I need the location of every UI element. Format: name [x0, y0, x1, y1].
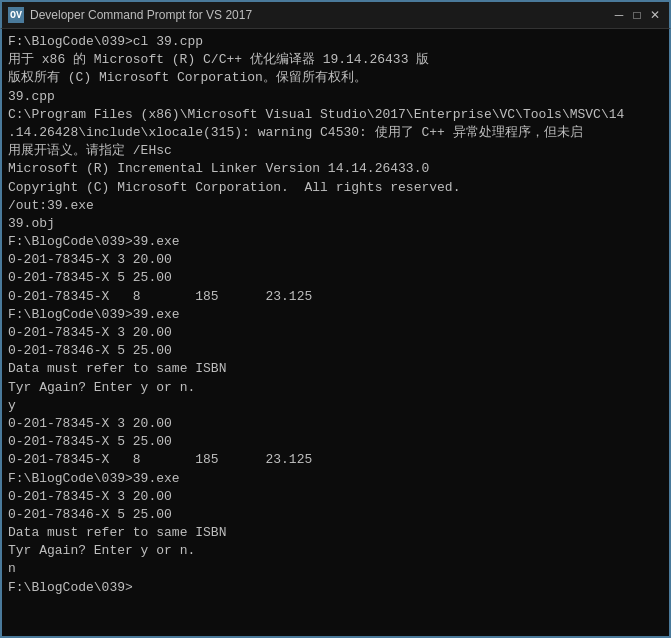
- terminal-line: F:\BlogCode\039>39.exe: [8, 306, 663, 324]
- window-title: Developer Command Prompt for VS 2017: [30, 8, 252, 22]
- terminal-line: n: [8, 560, 663, 578]
- terminal-line: 0-201-78345-X 8 185 23.125: [8, 288, 663, 306]
- terminal-line: y: [8, 397, 663, 415]
- terminal-line: 0-201-78345-X 3 20.00: [8, 488, 663, 506]
- terminal-line: F:\BlogCode\039>cl 39.cpp: [8, 33, 663, 51]
- app-icon: OV: [8, 7, 24, 23]
- terminal-line: 0-201-78345-X 5 25.00: [8, 433, 663, 451]
- terminal-line: Copyright (C) Microsoft Corporation. All…: [8, 179, 663, 197]
- terminal-line: 用展开语义。请指定 /EHsc: [8, 142, 663, 160]
- terminal-line: Tyr Again? Enter y or n.: [8, 542, 663, 560]
- terminal-window[interactable]: F:\BlogCode\039>cl 39.cpp用于 x86 的 Micros…: [0, 28, 671, 638]
- terminal-line: .14.26428\include\xlocale(315): warning …: [8, 124, 663, 142]
- window-controls: ─ □ ✕: [611, 7, 663, 23]
- terminal-line: 0-201-78345-X 3 20.00: [8, 251, 663, 269]
- terminal-line: 版权所有 (C) Microsoft Corporation。保留所有权利。: [8, 69, 663, 87]
- terminal-line: 0-201-78346-X 5 25.00: [8, 506, 663, 524]
- terminal-line: F:\BlogCode\039>39.exe: [8, 233, 663, 251]
- terminal-line: 39.obj: [8, 215, 663, 233]
- terminal-line: F:\BlogCode\039>39.exe: [8, 470, 663, 488]
- terminal-line: /out:39.exe: [8, 197, 663, 215]
- title-bar: OV Developer Command Prompt for VS 2017 …: [0, 0, 671, 28]
- terminal-line: Data must refer to same ISBN: [8, 360, 663, 378]
- terminal-line: 用于 x86 的 Microsoft (R) C/C++ 优化编译器 19.14…: [8, 51, 663, 69]
- terminal-line: 0-201-78345-X 3 20.00: [8, 324, 663, 342]
- minimize-button[interactable]: ─: [611, 7, 627, 23]
- terminal-line: Tyr Again? Enter y or n.: [8, 379, 663, 397]
- terminal-line: 0-201-78345-X 3 20.00: [8, 415, 663, 433]
- maximize-button[interactable]: □: [629, 7, 645, 23]
- terminal-line: C:\Program Files (x86)\Microsoft Visual …: [8, 106, 663, 124]
- terminal-line: 0-201-78346-X 5 25.00: [8, 342, 663, 360]
- terminal-line: Microsoft (R) Incremental Linker Version…: [8, 160, 663, 178]
- terminal-line: 39.cpp: [8, 88, 663, 106]
- terminal-line: Data must refer to same ISBN: [8, 524, 663, 542]
- terminal-line: F:\BlogCode\039>: [8, 579, 663, 597]
- close-button[interactable]: ✕: [647, 7, 663, 23]
- terminal-line: 0-201-78345-X 5 25.00: [8, 269, 663, 287]
- title-bar-left: OV Developer Command Prompt for VS 2017: [8, 7, 252, 23]
- terminal-line: 0-201-78345-X 8 185 23.125: [8, 451, 663, 469]
